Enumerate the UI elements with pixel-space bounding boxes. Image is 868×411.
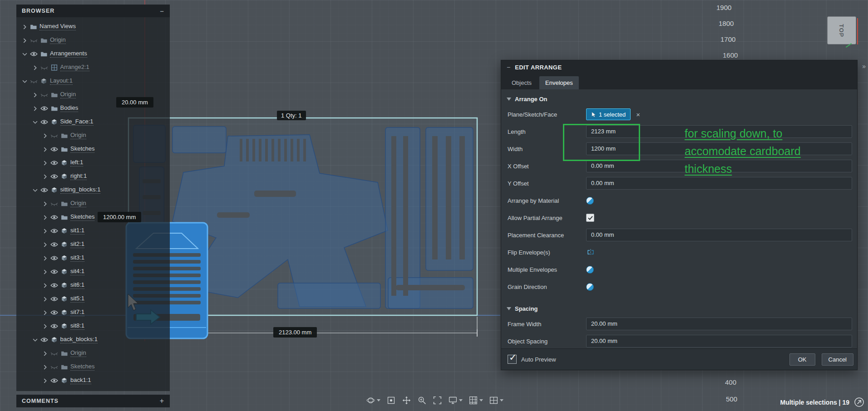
chevron-right-icon[interactable] [43, 365, 48, 370]
zoom-icon[interactable] [417, 396, 427, 405]
chevron-right-icon[interactable] [43, 310, 48, 315]
eye-icon[interactable] [50, 242, 58, 247]
chevron-right-icon[interactable] [43, 161, 48, 166]
eye-off-icon[interactable] [50, 351, 58, 356]
pan-icon[interactable] [402, 396, 411, 405]
browser-item-sitting-blocks-1[interactable]: sitting_blocks:1 [16, 183, 170, 197]
ok-button[interactable]: OK [789, 353, 815, 366]
section-spacing[interactable]: Spacing [501, 302, 857, 315]
selection-indicator-icon[interactable] [854, 397, 864, 407]
arrange-by-material-toggle[interactable] [586, 197, 594, 205]
chevron-right-icon[interactable] [43, 269, 48, 274]
chevron-right-icon[interactable] [43, 351, 48, 356]
chevron-down-icon[interactable] [22, 52, 27, 57]
chevron-right-icon[interactable] [33, 106, 38, 111]
eye-icon[interactable] [40, 106, 48, 111]
eye-icon[interactable] [50, 160, 58, 166]
display-settings-icon[interactable] [448, 396, 463, 405]
eye-icon[interactable] [40, 119, 48, 125]
browser-item-sit7-1[interactable]: sit7:1 [16, 306, 170, 319]
tab-envelopes[interactable]: Envelopes [539, 76, 579, 89]
browser-item-named-views[interactable]: Named Views [16, 20, 170, 34]
browser-item-origin[interactable]: Origin [16, 129, 170, 142]
chevron-right-icon[interactable] [33, 65, 38, 70]
eye-off-icon[interactable] [50, 201, 58, 206]
minimize-browser-icon[interactable]: − [160, 7, 164, 15]
eye-icon[interactable] [50, 378, 58, 383]
cancel-button[interactable]: Cancel [822, 353, 853, 366]
flip-envelopes-button[interactable] [586, 248, 595, 257]
browser-item-right-1[interactable]: right:1 [16, 170, 170, 183]
eye-off-icon[interactable] [40, 65, 48, 70]
comments-panel[interactable]: COMMENTS + [16, 395, 170, 407]
eye-icon[interactable] [50, 310, 58, 315]
browser-header[interactable]: BROWSER − [16, 5, 170, 17]
fit-icon[interactable] [433, 396, 442, 405]
placement-clearance-input[interactable]: 0.00 mm [586, 229, 852, 241]
viewcube[interactable]: TOP [827, 16, 856, 44]
collapse-dialog-icon[interactable]: − [507, 64, 510, 71]
eye-icon[interactable] [50, 228, 58, 234]
eye-icon[interactable] [50, 147, 58, 152]
eye-icon[interactable] [50, 174, 58, 179]
chevron-right-icon[interactable] [43, 283, 48, 288]
chevron-right-icon[interactable] [43, 147, 48, 152]
chevron-down-icon[interactable] [33, 338, 38, 342]
eye-icon[interactable] [50, 255, 58, 261]
chevron-right-icon[interactable] [43, 242, 48, 247]
look-at-icon[interactable] [386, 396, 396, 405]
browser-item-arrangements[interactable]: Arrangements [16, 47, 170, 61]
dropdown-caret-icon[interactable] [479, 399, 483, 401]
viewports-icon[interactable] [489, 396, 503, 405]
chevron-right-icon[interactable] [43, 174, 48, 179]
grain-direction-toggle[interactable] [586, 283, 594, 291]
checkbox-checked-icon[interactable] [508, 355, 517, 364]
plane-selection-button[interactable]: 1 selected [586, 108, 631, 120]
expand-panel-icon[interactable]: » [862, 63, 866, 70]
browser-item-back-blocks-1[interactable]: back_blocks:1 [16, 333, 170, 347]
tab-objects[interactable]: Objects [506, 76, 538, 89]
browser-item-sit4-1[interactable]: sit4:1 [16, 265, 170, 279]
eye-off-icon[interactable] [30, 78, 38, 84]
dropdown-caret-icon[interactable] [459, 399, 463, 401]
chevron-right-icon[interactable] [43, 215, 48, 220]
browser-item-sit8-1[interactable]: sit8:1 [16, 319, 170, 333]
dropdown-caret-icon[interactable] [377, 399, 380, 401]
eye-icon[interactable] [50, 296, 58, 302]
dialog-header[interactable]: − EDIT ARRANGE [501, 60, 857, 74]
frame-width-input[interactable]: 20.00 mm [586, 318, 852, 330]
auto-preview-checkbox[interactable]: Auto Preview [508, 355, 556, 364]
browser-item-sit1-1[interactable]: sit1:1 [16, 224, 170, 238]
y-offset-input[interactable]: 0.00 mm [586, 177, 852, 190]
browser-item-sketches[interactable]: Sketches [16, 142, 170, 156]
chevron-right-icon[interactable] [43, 256, 48, 261]
chevron-right-icon[interactable] [22, 38, 27, 43]
eye-off-icon[interactable] [50, 133, 58, 138]
browser-item-origin[interactable]: Origin [16, 347, 170, 360]
eye-icon[interactable] [50, 323, 58, 329]
chevron-right-icon[interactable] [43, 297, 48, 302]
section-arrange-on[interactable]: Arrange On [501, 92, 857, 106]
chevron-down-icon[interactable] [22, 79, 27, 84]
browser-item-sketches[interactable]: Sketches [16, 210, 170, 224]
chevron-right-icon[interactable] [22, 24, 27, 29]
browser-item-layout-1[interactable]: Layout:1 [16, 74, 170, 88]
browser-item-origin[interactable]: Origin [16, 197, 170, 210]
chevron-right-icon[interactable] [43, 378, 48, 383]
chevron-right-icon[interactable] [43, 133, 48, 138]
object-spacing-input[interactable]: 20.00 mm [586, 335, 852, 347]
eye-off-icon[interactable] [30, 38, 38, 43]
eye-icon[interactable] [40, 337, 48, 342]
clear-selection-icon[interactable]: × [636, 111, 640, 118]
chevron-right-icon[interactable] [43, 229, 48, 234]
orbit-icon[interactable] [366, 396, 380, 405]
multiple-envelopes-toggle[interactable] [586, 266, 594, 274]
eye-icon[interactable] [50, 283, 58, 288]
eye-off-icon[interactable] [50, 364, 58, 370]
eye-icon[interactable] [50, 215, 58, 220]
browser-item-left-1[interactable]: left:1 [16, 156, 170, 170]
browser-item-sit5-1[interactable]: sit5:1 [16, 292, 170, 306]
chevron-down-icon[interactable] [33, 120, 38, 125]
dropdown-caret-icon[interactable] [500, 399, 503, 401]
eye-icon[interactable] [50, 269, 58, 274]
